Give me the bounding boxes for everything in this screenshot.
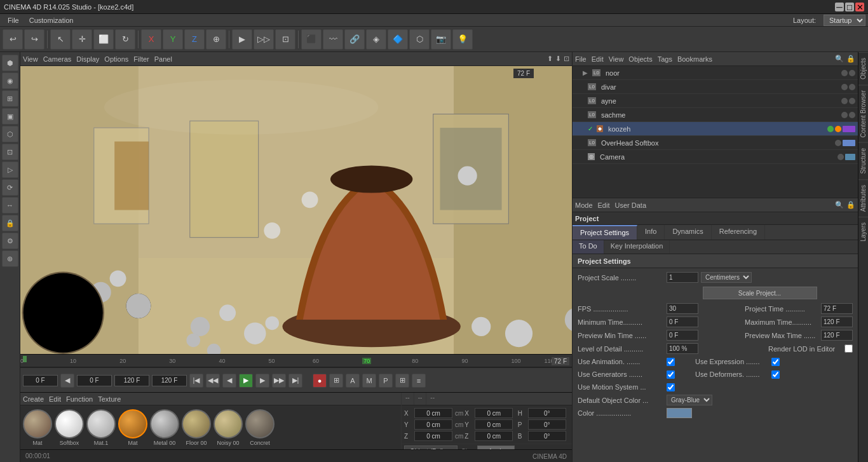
project-scale-input[interactable] bbox=[667, 272, 698, 283]
attr-edit[interactable]: Edit bbox=[598, 201, 610, 209]
left-tool-6[interactable]: ⊡ bbox=[2, 144, 18, 160]
panel-menu[interactable]: Panel bbox=[154, 55, 172, 63]
scale-project-button[interactable]: Scale Project... bbox=[703, 287, 817, 299]
om-file[interactable]: File bbox=[575, 55, 587, 63]
step-fwd2[interactable]: ▶▶ bbox=[272, 374, 286, 388]
material-item-mat[interactable]: Mat bbox=[23, 409, 52, 446]
edge-tab-objects[interactable]: Objects bbox=[858, 52, 868, 85]
default-color-dropdown[interactable]: Gray-Blue bbox=[667, 395, 712, 405]
mat-edit[interactable]: Edit bbox=[49, 395, 61, 403]
left-tool-2[interactable]: ◉ bbox=[2, 72, 18, 89]
layout-dropdown[interactable]: Startup bbox=[824, 15, 865, 26]
attr-user-data[interactable]: User Data bbox=[615, 201, 647, 209]
step-back[interactable]: ◀◀ bbox=[206, 374, 220, 388]
om-bookmarks[interactable]: Bookmarks bbox=[677, 55, 712, 63]
minimize-button[interactable]: ─ bbox=[835, 3, 844, 11]
tab-project-settings[interactable]: Project Settings bbox=[573, 225, 637, 240]
om-row-sachme[interactable]: L0 sachme bbox=[573, 108, 858, 122]
vp-icon-3[interactable]: ⊡ bbox=[564, 55, 569, 63]
tab-key-interpolation[interactable]: Key Interpolation bbox=[604, 240, 670, 254]
mat-function[interactable]: Function bbox=[66, 395, 93, 403]
use-anim-check[interactable] bbox=[667, 358, 675, 366]
om-row-koozeh[interactable]: ✓ ◆ koozeh bbox=[573, 122, 858, 136]
lod-input[interactable] bbox=[667, 343, 698, 354]
preview-end-input[interactable] bbox=[152, 375, 187, 386]
cube-btn[interactable]: ⬛ bbox=[301, 29, 322, 50]
project-scale-unit[interactable]: Centimeters bbox=[701, 272, 752, 283]
use-def-check[interactable] bbox=[771, 370, 780, 379]
left-tool-7[interactable]: ▷ bbox=[2, 161, 18, 178]
coord-b-input[interactable] bbox=[528, 431, 566, 441]
attr-lock-icon[interactable]: 🔒 bbox=[846, 201, 855, 209]
display-menu[interactable]: Display bbox=[76, 55, 99, 63]
camera-btn[interactable]: 📷 bbox=[431, 29, 451, 50]
left-tool-3[interactable]: ⊞ bbox=[2, 90, 18, 107]
om-row-divar[interactable]: L0 divar bbox=[573, 80, 858, 94]
z-axis[interactable]: Z bbox=[184, 29, 205, 50]
move-tool[interactable]: ✛ bbox=[72, 29, 92, 50]
motion-key[interactable]: M bbox=[362, 374, 376, 388]
edge-tab-attributes[interactable]: Attributes bbox=[858, 179, 868, 217]
step-fwd[interactable]: ▶ bbox=[255, 374, 269, 388]
nurbs-btn[interactable]: 〰 bbox=[323, 29, 343, 50]
om-view[interactable]: View bbox=[609, 55, 624, 63]
material-item-floor[interactable]: Floor 00 bbox=[182, 409, 211, 446]
edge-tab-structure[interactable]: Structure bbox=[858, 142, 868, 179]
material-item-mat-selected[interactable]: Mat bbox=[118, 409, 147, 446]
om-row-ayne[interactable]: L0 ayne bbox=[573, 94, 858, 108]
material-item-concret[interactable]: Concret bbox=[245, 409, 275, 446]
cameras-menu[interactable]: Cameras bbox=[43, 55, 72, 63]
rotate-tool[interactable]: ↻ bbox=[115, 29, 135, 50]
use-expr-check[interactable] bbox=[771, 358, 780, 366]
coord-z-input[interactable] bbox=[414, 431, 452, 441]
edge-tab-content-browser[interactable]: Content Browser bbox=[858, 85, 868, 142]
x-axis[interactable]: X bbox=[141, 29, 161, 50]
y-axis[interactable]: Y bbox=[163, 29, 183, 50]
om-row-camera[interactable]: ◎ Camera bbox=[573, 150, 858, 164]
options-menu[interactable]: Options bbox=[104, 55, 128, 63]
tab-referencing[interactable]: Referencing bbox=[712, 225, 765, 240]
env-btn[interactable]: 🔷 bbox=[388, 29, 408, 50]
color-swatch[interactable] bbox=[667, 408, 692, 418]
filter-menu[interactable]: Filter bbox=[133, 55, 149, 63]
pos-key[interactable]: P bbox=[379, 374, 393, 388]
light-btn[interactable]: 💡 bbox=[452, 29, 473, 50]
play-button[interactable]: ▶ bbox=[239, 374, 253, 388]
mat-create[interactable]: Create bbox=[23, 395, 44, 403]
min-time-input[interactable] bbox=[667, 316, 698, 327]
go-start[interactable]: |◀ bbox=[189, 374, 203, 388]
left-tool-4[interactable]: ▣ bbox=[2, 108, 18, 125]
record-btn[interactable]: ● bbox=[313, 374, 327, 388]
play-btn[interactable]: ▷▷ bbox=[254, 29, 274, 50]
vp-icon-2[interactable]: ⬇ bbox=[555, 55, 561, 63]
om-expand-noor[interactable]: ▶ bbox=[583, 69, 588, 76]
deformer-btn[interactable]: ◈ bbox=[366, 29, 386, 50]
redo-button[interactable]: ↪ bbox=[24, 29, 44, 50]
coord-p-input[interactable] bbox=[528, 419, 566, 430]
project-time-input[interactable] bbox=[821, 303, 853, 314]
menu-customization[interactable]: Customization bbox=[24, 17, 79, 24]
om-lock-icon[interactable]: 🔒 bbox=[846, 55, 855, 63]
om-tags[interactable]: Tags bbox=[658, 55, 672, 63]
coord-x2-input[interactable] bbox=[475, 408, 513, 418]
material-item-metal[interactable]: Metal 00 bbox=[150, 409, 179, 446]
current-frame-input[interactable] bbox=[23, 375, 58, 386]
material-item-noisy[interactable]: Noisy 00 bbox=[214, 409, 243, 446]
start-frame-input[interactable] bbox=[77, 375, 112, 386]
left-tool-5[interactable]: ⬡ bbox=[2, 126, 18, 142]
om-row-noor[interactable]: ▶ L0 noor bbox=[573, 66, 858, 80]
tab-todo[interactable]: To Do bbox=[573, 240, 604, 254]
left-tool-12[interactable]: ⊛ bbox=[2, 250, 18, 267]
auto-key[interactable]: A bbox=[346, 374, 360, 388]
timeline-settings[interactable]: ≡ bbox=[412, 374, 426, 388]
mat-texture[interactable]: Texture bbox=[98, 395, 121, 403]
material-item-mat1[interactable]: Mat.1 bbox=[86, 409, 116, 446]
edge-tab-layers[interactable]: Layers bbox=[858, 217, 868, 247]
material-item-softbox[interactable]: Softbox bbox=[55, 409, 84, 446]
end-frame-input[interactable] bbox=[114, 375, 149, 386]
use-motion-check[interactable] bbox=[667, 383, 675, 391]
fps-input[interactable] bbox=[667, 303, 698, 314]
use-gen-check[interactable] bbox=[667, 370, 675, 379]
coord-y-input[interactable] bbox=[414, 419, 452, 430]
coord-h-input[interactable] bbox=[528, 408, 566, 418]
